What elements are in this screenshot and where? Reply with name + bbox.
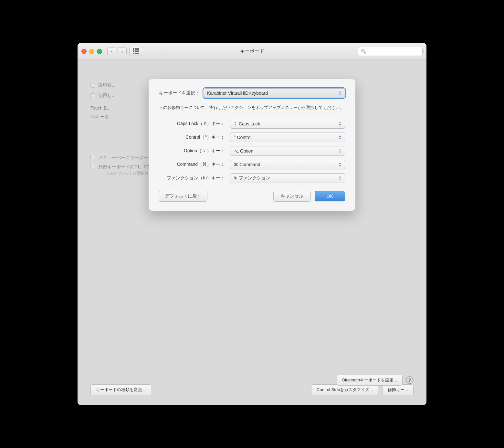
key-value-option: ⌥ Option bbox=[234, 148, 339, 154]
key-value-function: fn ファンクション bbox=[234, 175, 339, 181]
key-select-control[interactable]: ^ Control ▲▼ bbox=[230, 133, 345, 142]
titlebar: ‹ › キーボード 🔍 ☓ bbox=[78, 43, 426, 60]
keyboard-select[interactable]: Karabiner VirtualHIDKeyboard ▲▼ bbox=[204, 88, 345, 98]
search-clear-icon[interactable]: ☓ bbox=[422, 49, 424, 54]
key-value-caps-lock: ⇪ Caps Lock bbox=[234, 121, 339, 126]
key-select-caps-lock[interactable]: ⇪ Caps Lock ▲▼ bbox=[230, 119, 345, 129]
grid-icon bbox=[133, 48, 139, 54]
close-button[interactable] bbox=[81, 49, 87, 54]
key-select-function[interactable]: fn ファンクション ▲▼ bbox=[230, 173, 345, 183]
bluetooth-row: Bluetoothキーボードを設定... ? bbox=[337, 375, 414, 386]
default-button[interactable]: デフォルトに戻す bbox=[159, 191, 207, 202]
modal-keyboard-row: キーボードを選択： Karabiner VirtualHIDKeyboard ▲… bbox=[159, 88, 345, 98]
nav-buttons: ‹ › bbox=[107, 48, 127, 55]
key-label-caps-lock: Caps Lock（⇪）キー： bbox=[159, 121, 230, 127]
bluetooth-button[interactable]: Bluetoothキーボードを設定... bbox=[337, 375, 403, 386]
maximize-button[interactable] bbox=[97, 49, 102, 54]
ok-button[interactable]: OK bbox=[315, 191, 345, 201]
function-arrows-icon: ▲▼ bbox=[339, 175, 341, 181]
bottom-buttons: キーボードの種類を変更... Control Stripをカスタマイズ... 修… bbox=[90, 384, 414, 395]
key-row-command: Command（⌘）キー： ⌘ Command ▲▼ bbox=[159, 160, 345, 169]
key-row-control: Control（^）キー： ^ Control ▲▼ bbox=[159, 133, 345, 142]
traffic-lights bbox=[81, 49, 102, 54]
key-select-command[interactable]: ⌘ Command ▲▼ bbox=[230, 160, 345, 169]
control-arrows-icon: ▲▼ bbox=[339, 134, 341, 140]
back-button[interactable]: ‹ bbox=[107, 48, 116, 55]
minimize-button[interactable] bbox=[89, 49, 94, 54]
keyboard-select-text: Karabiner VirtualHIDKeyboard bbox=[207, 91, 339, 96]
key-select-option[interactable]: ⌥ Option ▲▼ bbox=[230, 146, 345, 156]
command-arrows-icon: ▲▼ bbox=[339, 162, 341, 167]
modal-keyboard-label: キーボードを選択： bbox=[159, 90, 200, 96]
key-label-option: Option（⌥）キー： bbox=[159, 148, 230, 154]
control-strip-button[interactable]: Control Stripをカスタマイズ... bbox=[311, 384, 378, 395]
bottom-right-buttons: Control Stripをカスタマイズ... 修飾キー... bbox=[311, 384, 414, 395]
option-arrows-icon: ▲▼ bbox=[339, 148, 341, 154]
modal-description: 下の各修飾キーについて、実行したいアクションをポップアップメニューから選択してく… bbox=[159, 104, 345, 111]
key-label-control: Control（^）キー： bbox=[159, 134, 230, 140]
modifier-keys-button[interactable]: 修飾キー... bbox=[382, 384, 414, 395]
select-arrows-icon: ▲▼ bbox=[339, 90, 341, 96]
key-value-command: ⌘ Command bbox=[234, 162, 339, 167]
help-button[interactable]: ? bbox=[406, 376, 414, 384]
key-value-control: ^ Control bbox=[234, 135, 339, 140]
cancel-button[interactable]: キャンセル bbox=[273, 191, 311, 202]
forward-button[interactable]: › bbox=[118, 48, 127, 55]
main-content: 環境変... 使用し... Touch B... Fnキーを... メニューバー… bbox=[78, 60, 426, 405]
key-row-option: Option（⌥）キー： ⌥ Option ▲▼ bbox=[159, 146, 345, 156]
caps-lock-arrows-icon: ▲▼ bbox=[339, 121, 341, 127]
key-label-command: Command（⌘）キー： bbox=[159, 162, 230, 167]
key-label-function: ファンクション（fn）キー： bbox=[159, 175, 230, 181]
search-input[interactable] bbox=[367, 49, 422, 54]
key-row-function: ファンクション（fn）キー： fn ファンクション ▲▼ bbox=[159, 173, 345, 183]
search-box[interactable]: 🔍 ☓ bbox=[358, 47, 423, 56]
modal-overlay: キーボードを選択： Karabiner VirtualHIDKeyboard ▲… bbox=[78, 60, 426, 405]
main-window: ‹ › キーボード 🔍 ☓ 環境変... 使 bbox=[78, 43, 426, 405]
key-row-caps-lock: Caps Lock（⇪）キー： ⇪ Caps Lock ▲▼ bbox=[159, 119, 345, 129]
search-icon: 🔍 bbox=[361, 49, 366, 54]
grid-button[interactable] bbox=[129, 47, 142, 56]
modal-dialog: キーボードを選択： Karabiner VirtualHIDKeyboard ▲… bbox=[149, 79, 355, 211]
keyboard-type-button[interactable]: キーボードの種類を変更... bbox=[90, 384, 151, 395]
window-title: キーボード bbox=[240, 48, 264, 54]
modal-buttons: デフォルトに戻す キャンセル OK bbox=[159, 191, 345, 202]
